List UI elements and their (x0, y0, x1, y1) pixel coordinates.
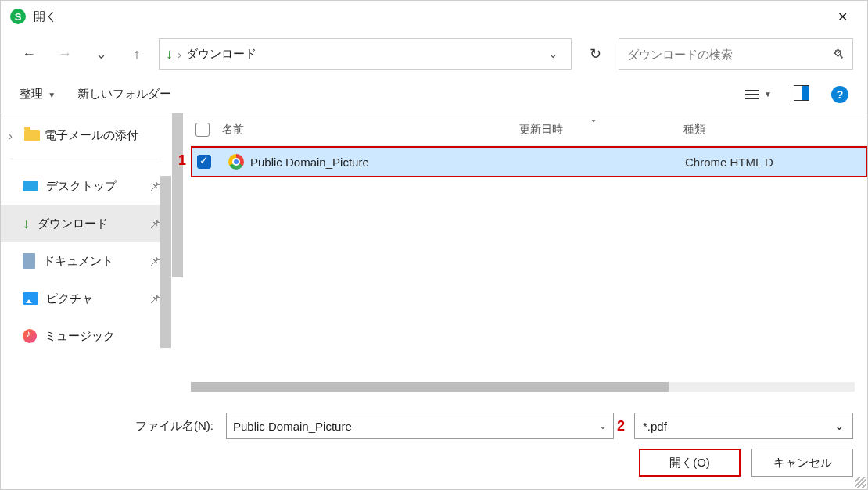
filter-value: *.pdf (643, 420, 667, 433)
up-button[interactable]: ↑ (123, 40, 151, 68)
download-icon: ↓ (166, 46, 173, 63)
chevron-down-icon[interactable]: ⌄ (599, 420, 607, 431)
column-header-date-label: 更新日時 (519, 123, 563, 135)
sidebar-item-pictures[interactable]: ピクチャ 📌︎ (1, 280, 171, 317)
tree-scrollbar[interactable] (160, 176, 171, 348)
sidebar-item-label: ミュージック (45, 329, 115, 344)
chevron-down-icon[interactable]: ⌄ (834, 419, 845, 433)
cancel-button-label: キャンセル (773, 456, 832, 470)
sidebar-item-label: ドキュメント (43, 254, 113, 269)
open-button[interactable]: 開く(O) (639, 449, 741, 477)
divider (10, 159, 162, 159)
file-type: Chrome HTML D (685, 156, 810, 169)
address-dropdown-icon[interactable]: ⌄ (541, 47, 565, 61)
header-checkbox[interactable] (191, 123, 222, 137)
column-header-name[interactable]: 名前 (222, 123, 519, 137)
sort-indicator-icon: ⌄ (590, 113, 597, 124)
filename-label: ファイル名(N): (15, 419, 218, 434)
checkbox-checked-icon (197, 155, 211, 169)
sidebar-item-label: ダウンロード (38, 216, 108, 231)
folder-tree: 電子メールの添付 デスクトップ 📌︎ ↓ ダウンロード 📌︎ ドキュメント 📌︎… (1, 113, 171, 395)
sidebar-item-label: デスクトップ (46, 179, 117, 194)
file-row-checkbox[interactable] (192, 155, 224, 169)
sidebar-item-desktop[interactable]: デスクトップ 📌︎ (1, 167, 171, 205)
cancel-button[interactable]: キャンセル (751, 449, 853, 477)
file-type-filter[interactable]: *.pdf ⌄ (634, 413, 853, 439)
list-scrollbar-horizontal[interactable] (191, 382, 855, 392)
chevron-down-icon: ▼ (48, 91, 56, 99)
pin-icon: 📌︎ (149, 292, 160, 306)
annotation-2: 2 (617, 418, 625, 435)
footer-controls: ファイル名(N): Public Domain_Picture ⌄ 2 *.pd… (1, 402, 867, 489)
desktop-icon (23, 181, 38, 191)
window-title: 開く (34, 9, 57, 24)
pin-icon: 📌︎ (149, 255, 160, 268)
music-icon (23, 329, 37, 343)
app-icon: S (10, 9, 26, 24)
filename-input[interactable]: Public Domain_Picture ⌄ (226, 413, 614, 439)
download-icon: ↓ (23, 216, 30, 232)
navigation-row: ← → ⌄ ↑ ↓ › ダウンロード ⌄ ↻ 🔍︎ (1, 32, 867, 76)
file-list: 名前 ⌄ 更新日時 種類 1 Public Domain_Picture Chr… (171, 113, 867, 395)
refresh-button[interactable]: ↻ (579, 45, 611, 63)
back-button[interactable]: ← (15, 40, 43, 68)
document-icon (23, 253, 35, 269)
search-icon[interactable]: 🔍︎ (833, 48, 845, 61)
file-row[interactable]: 1 Public Domain_Picture Chrome HTML D (191, 146, 867, 177)
toolbar: 整理 ▼ 新しいフォルダー ▼ ? (1, 76, 867, 113)
title-bar: S 開く ✕ (1, 1, 867, 32)
new-folder-button[interactable]: 新しいフォルダー (77, 87, 171, 102)
list-scrollbar-vertical[interactable] (172, 113, 183, 277)
open-button-label: 開く(O) (669, 456, 710, 470)
close-icon[interactable]: ✕ (827, 1, 858, 32)
checkbox-icon (195, 123, 210, 137)
chrome-file-icon (228, 154, 244, 170)
sidebar-item-music[interactable]: ミュージック (1, 317, 171, 355)
address-location: ダウンロード (186, 47, 536, 62)
column-header-type[interactable]: 種類 (683, 123, 809, 137)
breadcrumb-separator-icon: › (178, 48, 181, 61)
file-name: Public Domain_Picture (250, 156, 369, 169)
organize-menu[interactable]: 整理 ▼ (20, 87, 56, 102)
pin-icon: 📌︎ (149, 180, 160, 193)
folder-icon (24, 130, 40, 141)
column-headers: 名前 ⌄ 更新日時 種類 (191, 113, 867, 146)
scrollbar-thumb[interactable] (191, 382, 669, 392)
pictures-icon (23, 292, 38, 305)
address-bar[interactable]: ↓ › ダウンロード ⌄ (159, 38, 572, 70)
column-header-date[interactable]: ⌄ 更新日時 (519, 123, 683, 137)
search-input[interactable] (627, 48, 833, 61)
organize-label: 整理 (20, 87, 43, 100)
sidebar-item-downloads[interactable]: ↓ ダウンロード 📌︎ (1, 205, 171, 242)
sidebar-item-documents[interactable]: ドキュメント 📌︎ (1, 242, 171, 280)
annotation-1: 1 (178, 152, 186, 169)
chevron-down-icon: ▼ (764, 90, 772, 98)
preview-pane-button[interactable] (794, 85, 809, 103)
tree-item-email-attachments[interactable]: 電子メールの添付 (1, 120, 171, 151)
forward-button[interactable]: → (51, 40, 79, 68)
view-mode-button[interactable]: ▼ (745, 90, 772, 99)
pin-icon: 📌︎ (149, 217, 160, 231)
sidebar-item-label: ピクチャ (46, 291, 93, 306)
recent-dropdown-icon[interactable]: ⌄ (87, 40, 115, 68)
filename-value: Public Domain_Picture (233, 420, 352, 433)
list-view-icon (745, 90, 759, 99)
preview-pane-icon (794, 85, 809, 101)
resize-grip-icon[interactable] (855, 477, 866, 488)
help-icon[interactable]: ? (831, 86, 848, 103)
search-box[interactable]: 🔍︎ (619, 38, 853, 70)
tree-item-label: 電子メールの添付 (45, 128, 138, 143)
